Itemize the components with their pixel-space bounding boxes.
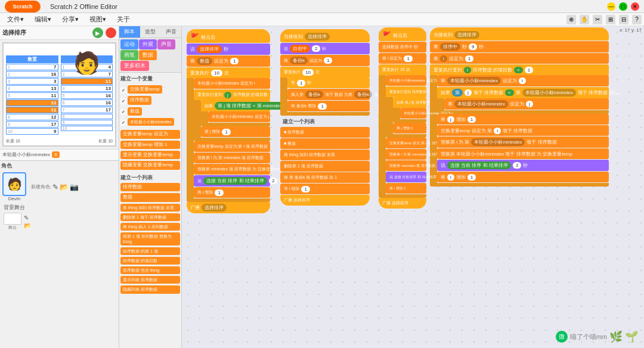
- block-item-count[interactable]: 排序数据 的项目数: [120, 257, 180, 265]
- block-i-add[interactable]: 将 i 增加 1: [194, 187, 270, 198]
- block-show-temp[interactable]: 显示变量 交换变量temp: [120, 151, 180, 159]
- block-add-thing[interactable]: 将 thing 加到 排序数据 末尾: [120, 204, 180, 212]
- block-replace-big[interactable]: 替换第 i 为 第 本轮最小小标minindex 项于 排序数据: [437, 136, 609, 148]
- add-button[interactable]: ⊕: [566, 15, 576, 24]
- block-j-add[interactable]: 将 j 增加 1: [201, 126, 270, 137]
- block-set-i3[interactable]: 将 i 设定为 1: [430, 53, 609, 64]
- block-delete-1[interactable]: 删除第 1 项 排序数据: [280, 161, 370, 172]
- cat-pen[interactable]: 画笔: [120, 50, 138, 60]
- block-big-repeat-top[interactable]: 重复执行直到 i 排序数据 的项目数 < 1: [430, 64, 609, 75]
- block-replace-imin2[interactable]: 替换第 i 为 第 minindex 项 排序数据: [386, 149, 426, 160]
- block-i-add2[interactable]: 等 i 增加 1: [280, 184, 370, 194]
- block-shuzhi[interactable]: 敷值: [120, 193, 180, 201]
- green-flag-button[interactable]: ▶: [92, 27, 103, 38]
- block-var-val[interactable]: 敷值: [128, 107, 142, 116]
- var-checkbox-val[interactable]: ✓: [120, 109, 126, 115]
- block-wait[interactable]: 等 1 秒: [287, 77, 370, 88]
- cat-sound[interactable]: 声音: [157, 39, 175, 49]
- tab-sounds[interactable]: 声音: [160, 26, 181, 38]
- block-stop2[interactable]: 广播 选择排序: [280, 195, 370, 206]
- var-checkbox-minindex[interactable]: ✓: [120, 120, 126, 126]
- menu-edit[interactable]: 编辑▾: [30, 14, 56, 25]
- help-button[interactable]: ?: [632, 15, 642, 24]
- block-say-result[interactable]: 说 连接 当前 排序 和 结果排序 2 秒: [194, 175, 270, 187]
- block-swap-set[interactable]: 交换变量temp 设定为 第 i 项 排序数据: [194, 141, 270, 152]
- block-swap-set2[interactable]: 交换变量temp 设定为 第 i 项于 排序数据: [437, 125, 609, 136]
- block-var-minindex[interactable]: 本轮最小小标minindex: [128, 118, 174, 126]
- block-insert-thing[interactable]: 将 thing 插入 1 排列数据: [120, 223, 180, 231]
- block-j-add2[interactable]: 将 j 增加 1: [393, 123, 426, 133]
- hand-button[interactable]: ✋: [580, 15, 589, 24]
- block-outer-repeat-top[interactable]: 重复执行 10 次: [379, 64, 426, 75]
- cat-more[interactable]: 更多积木: [120, 61, 149, 71]
- block-replace-temp[interactable]: 替换第 minindex 项 排序数据 为 交换变量temp: [194, 164, 270, 175]
- block-hide-temp[interactable]: 隐藏变量 交换变量temp: [120, 161, 180, 169]
- block-var-temp[interactable]: 交换变量temp: [128, 85, 162, 94]
- block-set-minidx[interactable]: 本轮最小小标minindex 设定为 i: [386, 75, 426, 86]
- block-swap2[interactable]: 交换变量temp 设为 第 i 项 排序数据: [386, 138, 426, 148]
- block-var-sortdata[interactable]: 排序数据: [128, 96, 151, 104]
- var-checkbox-temp[interactable]: ✓: [120, 88, 126, 94]
- block-i-add4[interactable]: 将 i 增加 1: [437, 172, 609, 182]
- block-stop[interactable]: 广播 选择排序: [187, 202, 270, 213]
- block-main-set-rank[interactable]: 选择数据 排序中 秒: [379, 42, 426, 52]
- minimize-button[interactable]: —: [607, 2, 615, 11]
- block-when-flag-clicked[interactable]: 🚩 被点击: [187, 29, 270, 43]
- cat-data[interactable]: 数据: [139, 50, 157, 60]
- block-replace-temp3[interactable]: 替换第 本轮最小小标minindex 项于 排序数据 为 交换变量temp: [437, 148, 609, 159]
- block-set-i[interactable]: 将 敷值 设定为 1: [187, 55, 270, 67]
- block-inner-repeat-top[interactable]: 重复执行直到 j 排序数据 的项目数: [194, 89, 270, 100]
- block-big-if-top[interactable]: 如果 第 j 项于 排序数据 < 第 本轮最小小标minindex 项于 排序数…: [437, 87, 609, 98]
- block-add-temp[interactable]: 交换变量temp 增加 1: [120, 141, 180, 149]
- block-i-add3[interactable]: 将 i 增加 1: [386, 183, 426, 194]
- block-if-top[interactable]: 如果 第 j 项 排序数据 < 第 minindex 项: [201, 100, 270, 111]
- block-broadcast[interactable]: 广播 选择排序: [379, 198, 426, 209]
- tab-scripts[interactable]: 脚本: [119, 26, 140, 38]
- block-main-flag[interactable]: 🚩 被点击: [379, 27, 426, 41]
- block-show-list[interactable]: 显示列表 排序数据: [120, 276, 180, 284]
- block-set-min3[interactable]: 将 本轮最小小标minindex 设定为 j: [444, 98, 609, 110]
- block-say3[interactable]: 说 连接 当前 排序 和 结果排序 2 秒: [437, 160, 609, 171]
- block-insert[interactable]: 插入第 备份k 项于 数据 为第 备份k 项 排序: [287, 89, 370, 100]
- block-repeat-top[interactable]: 重复执行 10 次: [187, 67, 270, 78]
- block-repeat2-top[interactable]: 重复执行 10 次: [280, 67, 370, 77]
- block-shuzhi2[interactable]: ■ 敷值: [280, 138, 370, 149]
- sprite-thumbnail[interactable]: 🧑: [2, 172, 26, 196]
- block-replace-item[interactable]: 将第 1 项 排列数据 替换为 thing: [120, 232, 180, 246]
- block-backup-add[interactable]: 将 备份k 增加 1: [287, 101, 370, 111]
- cat-looks[interactable]: 外观: [139, 39, 157, 49]
- tab-costumes[interactable]: 造型: [140, 26, 161, 38]
- block-set-minidx2[interactable]: 将 本轮最小小标minindex 设定为 i: [437, 75, 609, 86]
- block-replace-temp2[interactable]: 替换第 minindex 项 排序数据 为 交换变量temp: [386, 160, 426, 171]
- grow-button[interactable]: ⊞: [606, 15, 615, 24]
- block-set-j1[interactable]: 将 备份k 设定为 1: [280, 55, 370, 66]
- scripts-area[interactable]: 🚩 被点击 说 选择排序 秒 将 敷值 设定为 1 重复执行 10 次: [182, 26, 644, 348]
- block-item-of[interactable]: 排序数据 的第 1 项: [120, 247, 180, 255]
- shrink-button[interactable]: ⊟: [619, 15, 628, 24]
- cat-motion[interactable]: 运动: [120, 39, 138, 49]
- menu-about[interactable]: 关于: [112, 14, 135, 25]
- block-contains[interactable]: 排序数据 包含 thing: [120, 266, 180, 274]
- block-set-sort2[interactable]: 将 排序中 秒 9 秒: [430, 41, 609, 52]
- block-set-min[interactable]: 本轮最小小标minindex 设定为 j: [208, 111, 270, 122]
- block-delete-item[interactable]: 删除第 1 项于 排序数据: [120, 213, 180, 221]
- close-button[interactable]: ✕: [631, 2, 639, 11]
- block-set-temp[interactable]: 交换变量temp 设定为: [120, 130, 180, 138]
- block-hide-list[interactable]: 隐藏列表 排序数据: [120, 285, 180, 293]
- block-say-sort[interactable]: 说 自创中 2 秒: [280, 43, 370, 54]
- stop-button[interactable]: [106, 27, 116, 38]
- menu-view[interactable]: 视图▾: [85, 14, 111, 25]
- cut-button[interactable]: ✂: [593, 15, 602, 24]
- block-when-received[interactable]: 当接收到 选择排序: [280, 29, 370, 42]
- block-add-thing2[interactable]: 将 thing 加到 排序数据 末尾: [280, 150, 370, 160]
- block-set-min2[interactable]: 本轮最小小标minindex 设定为 j: [400, 108, 426, 119]
- block-inner-repeat2-top[interactable]: 重复执行直到 排序数据 的项目数 < i: [386, 86, 426, 97]
- block-if2-top[interactable]: 如果 第 j 项 排序数据 < 第 minindex: [393, 97, 426, 108]
- block-when-received2[interactable]: 当接收到 选择排序: [430, 27, 609, 41]
- block-sort-data[interactable]: ■ 排序数据: [280, 127, 370, 138]
- block-main-set-i2[interactable]: 将 i 设定为 1: [379, 53, 426, 64]
- var-checkbox-sortdata[interactable]: ✓: [120, 98, 126, 104]
- block-sortdata[interactable]: 排序数据: [120, 183, 180, 191]
- menu-file[interactable]: 文件▾: [2, 14, 29, 25]
- block-set-minindex[interactable]: 本轮最小小标minindex 设定为 i: [194, 78, 270, 89]
